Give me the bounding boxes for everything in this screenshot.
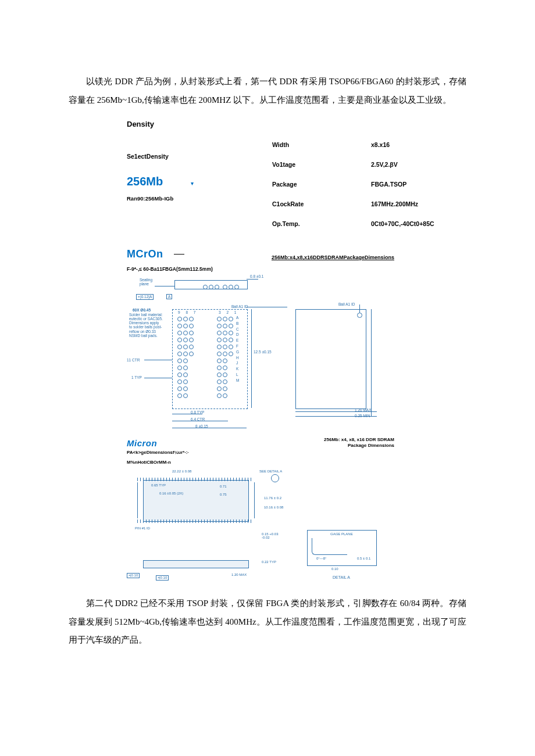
dim-071: 0.71 <box>220 485 227 488</box>
fbga-schematic: Seating plane ⌖|0.12|A A 0.8 ±0.1 60X Ø0… <box>127 277 383 433</box>
dim-gage: GAGE PLANE <box>330 532 353 536</box>
micron-logo-2: Micron <box>127 438 157 448</box>
label-60x: 60X Ø0.45 <box>133 308 151 312</box>
density-range: Ran90:256Mb-IGb <box>127 195 249 202</box>
paragraph-2: 第二代 DDR2 已经不采用 TSOP 封装，仅保留 FBGA 类的封装形式，引… <box>69 594 466 650</box>
density-title: Density <box>127 120 466 128</box>
label-ball-a1-right: Ball A1 ID <box>338 302 355 306</box>
dim-flat2: ⌖|0.10 <box>156 575 169 581</box>
spec-key: C1ockRate <box>272 200 371 207</box>
micron-logo: MCrOn <box>127 248 163 260</box>
density-value[interactable]: 256Mb <box>127 175 163 188</box>
dim-h1: 11.76 ± 0.2 <box>264 496 281 500</box>
spec-key: Op.Temp. <box>272 220 371 227</box>
dim-pitch: 0.65 TYP <box>151 483 166 487</box>
spec-val: 167MHz.200MHz <box>371 200 418 207</box>
dim-detailA: SEE DETAIL A <box>259 470 282 473</box>
diagram-fbga: MCrOn 256Mb:x4,x8,x16DDRSDRAMPackageDime… <box>127 248 394 586</box>
label-top-tol: 0.8 ±0.1 <box>250 274 263 278</box>
select-density-label: Se1ectDensity <box>127 153 249 160</box>
dim-075: 0.75 <box>220 493 227 496</box>
spec-table: Widthx8.x16 Vo1tage2.5V,2.βV PackageFBGA… <box>272 141 466 240</box>
diagram2-sub1: PA<k>geDimensionsf¼ur*·:· <box>127 450 394 455</box>
label-cols-left: 9 8 7 <box>178 310 198 314</box>
label-08typ: 0.8 TYP <box>191 410 204 414</box>
label-height: 12.5 ±0.15 <box>254 350 272 354</box>
spec-val: x8.x16 <box>371 141 390 148</box>
spec-val: 0Ct0+70C,-40Ct0+85C <box>371 220 434 227</box>
paragraph-1: 以镁光 DDR 产品为例，从封装形式上看，第一代 DDR 有采用 TSOP66/… <box>69 73 466 109</box>
table-row: Op.Temp.0Ct0+70C,-40Ct0+85C <box>272 220 466 227</box>
chevron-down-icon[interactable]: ▾ <box>191 180 194 187</box>
label-rows: A B C D E F G H J K L M <box>236 315 239 384</box>
table-row: C1ockRate167MHz.200MHz <box>272 200 466 207</box>
table-row: Widthx8.x16 <box>272 141 466 148</box>
dim-05: 0.5 ± 0.1 <box>357 557 370 560</box>
diagram-subtitle: F-9*-,≤ 60-Ba11FBGA(Smm112.5mm) <box>127 266 394 272</box>
dim-022: 0.22 TYP <box>262 560 276 564</box>
dim-120max-b: 1.20 MAX <box>231 573 247 576</box>
label-datum-a: A <box>166 294 172 299</box>
spec-panel: Density Se1ectDensity 256Mb ▾ Ran90:256M… <box>127 120 466 240</box>
label-1typ: 1 TYP <box>131 375 142 379</box>
label-8w: 8 ±0.15 <box>195 424 208 428</box>
diagram2-title: 256Mb: x4, x8, x16 DDR SDRAM Package Dim… <box>164 437 394 449</box>
diagram-title: 256Mb:x4,x8,x16DDRSDRAMPackageDimensions <box>195 255 395 260</box>
dim-h2: 10.16 ± 0.08 <box>264 506 283 509</box>
spec-val: 2.5V,2.βV <box>371 161 398 168</box>
table-row: PackageFBGA.TSOP <box>272 181 466 188</box>
label-120max: 1.20 MAX <box>355 408 372 412</box>
label-gdt: ⌖|0.12|A <box>136 294 154 300</box>
label-ball-a1: Ball A1 ID <box>231 304 248 309</box>
label-notes: Solder ball material: eutectic or SAC305… <box>129 313 170 338</box>
tsop-schematic: 22.22 ± 0.08 0.65 TYP 0.16 ±0.05 (2X) 0.… <box>127 470 383 586</box>
dim-ltol: 0.16 ±0.05 (2X) <box>159 492 183 495</box>
label-seating-plane: Seating plane <box>140 278 152 286</box>
dim-angle: 0°—8° <box>316 557 326 560</box>
dim-len: 22.22 ± 0.08 <box>172 470 191 473</box>
dim-010: 0.10 <box>331 567 338 571</box>
dim-pin1: PIN #1 ID <box>135 526 150 530</box>
table-row: Vo1tage2.5V,2.βV <box>272 161 466 168</box>
spec-val: FBGA.TSOP <box>371 181 406 188</box>
spec-key: Package <box>272 181 371 188</box>
spec-key: Width <box>272 141 371 148</box>
label-64ctr: 6.4 CTR <box>191 417 205 421</box>
label-11ctr: 11 CTR <box>127 358 140 362</box>
dim-flat: ⌖|0.10 <box>127 573 140 578</box>
label-025min: 0.25 MIN <box>355 414 370 418</box>
spec-key: Vo1tage <box>272 161 371 168</box>
label-cols-right: 3 2 1 <box>219 310 238 314</box>
label-detailA: DETAIL A <box>333 575 350 579</box>
diagram2-sub2: M%nHotiCBOrMM-n <box>127 460 394 465</box>
dim-015: 0.15 +0.03 -0.02 <box>262 532 279 539</box>
